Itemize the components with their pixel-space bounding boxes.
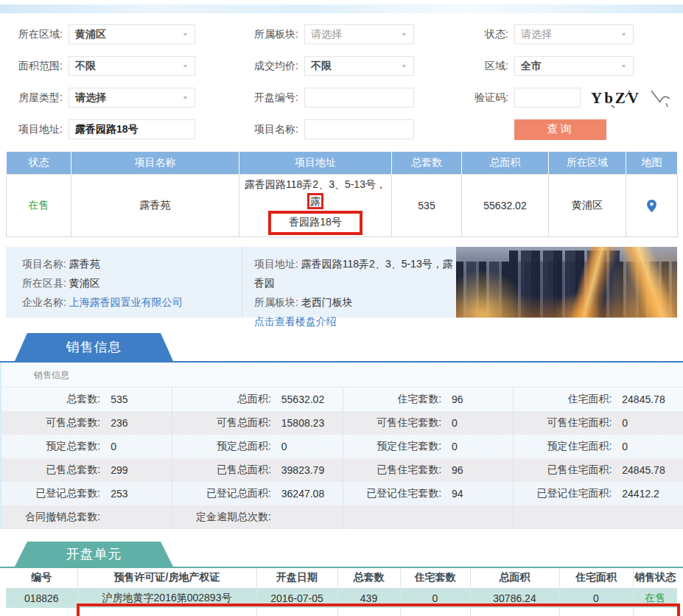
- opening-header-row: 编号 预售许可证/房地产权证 开盘日期 总套数 住宅套数 总面积 住宅面积 销售…: [6, 568, 677, 588]
- captcha-label: 验证码:: [414, 91, 508, 105]
- house-type-label: 房屋类型:: [0, 91, 63, 105]
- address-text: 露香园路118弄2、3、5-13号，: [245, 178, 386, 190]
- project-name-value: 露香苑: [69, 258, 100, 270]
- district-label: 区域:: [414, 60, 508, 73]
- status-select[interactable]: 请选择 ▼: [514, 24, 634, 44]
- open-date-cell: 2014-05-18: [256, 608, 337, 616]
- col-residential-units: 住宅套数: [400, 568, 470, 588]
- total-units-cell: 439: [337, 588, 400, 608]
- filter-row-3: 房屋类型: 请选择 ▼ 开盘编号: 验证码: YbZV: [0, 88, 683, 108]
- avg-price-select[interactable]: 不限 ▼: [304, 56, 414, 76]
- col-id: 编号: [6, 568, 77, 588]
- area-range-select[interactable]: 不限 ▼: [69, 56, 195, 76]
- region-label: 所在区域:: [0, 28, 63, 41]
- result-row: 在售 露香苑 露香园路118弄2、3、5-13号，露 香园路18号 535 55…: [7, 175, 678, 237]
- project-name-label: 项目名称:: [22, 258, 66, 270]
- col-status: 状态: [7, 152, 71, 175]
- filter-row-4: 项目地址: 项目名称: 查询: [0, 119, 683, 139]
- status-badge: 在售: [7, 175, 71, 237]
- captcha-input[interactable]: [514, 88, 581, 108]
- col-district: 所在区域: [549, 152, 626, 175]
- residential-units-cell: 96: [400, 608, 470, 616]
- area-range-label: 面积范围:: [0, 60, 63, 73]
- address-highlight-annotation: 香园路18号: [268, 211, 362, 235]
- project-address-label: 项目地址:: [0, 123, 63, 136]
- plate-value: 老西门板块: [301, 296, 353, 308]
- col-open-date: 开盘日期: [256, 568, 337, 588]
- col-project-address: 项目地址: [239, 152, 392, 175]
- total-area-cell: 24845.78: [470, 608, 559, 616]
- search-button[interactable]: 查询: [514, 119, 606, 140]
- building-intro-link[interactable]: 点击查看楼盘介绍: [254, 315, 337, 327]
- project-address-label: 项目地址:: [254, 258, 298, 270]
- results-table: 状态 项目名称 项目地址 总套数 总面积 所在区域 地图 在售 露香苑 露香园路…: [6, 151, 678, 237]
- project-name-label: 项目名称:: [195, 123, 298, 136]
- sales-row-6: 合同撤销总套数: 定金逾期总次数:: [1, 505, 683, 529]
- opening-units-tab[interactable]: 开盘单元: [15, 542, 173, 567]
- status-label: 状态:: [414, 28, 508, 41]
- house-type-select[interactable]: 请选择 ▼: [69, 88, 195, 108]
- col-total-area: 总面积: [470, 568, 559, 588]
- project-info-left: 项目名称: 露香苑 所在区县: 黄浦区 企业名称: 上海露香园置业有限公司: [6, 247, 242, 318]
- id-cell: 018826: [6, 588, 77, 608]
- project-district-label: 所在区县:: [22, 277, 66, 289]
- map-cell[interactable]: [626, 175, 678, 237]
- total-units-cell: 535: [392, 175, 462, 237]
- map-pin-icon[interactable]: [647, 200, 656, 212]
- results-header-row: 状态 项目名称 项目地址 总套数 总面积 所在区域 地图: [7, 152, 678, 175]
- col-total-area: 总面积: [462, 152, 549, 175]
- open-date-cell: 2016-07-05: [256, 588, 337, 608]
- permit-cell[interactable]: 沪房地黄字2016第002893号: [77, 588, 256, 608]
- col-residential-area: 住宅面积: [559, 568, 633, 588]
- filter-row-2: 面积范围: 不限 ▼ 成交均价: 不限 ▼ 区域: 全市 ▼: [0, 56, 683, 76]
- col-map: 地图: [626, 152, 678, 175]
- avg-price-label: 成交均价:: [195, 60, 298, 73]
- permit-cell[interactable]: 黄浦房管(2014)预字0000192号: [77, 608, 256, 616]
- col-total-units: 总套数: [392, 152, 462, 175]
- chevron-down-icon: ▼: [620, 32, 627, 38]
- project-info-panel: 项目名称: 露香苑 所在区县: 黄浦区 企业名称: 上海露香园置业有限公司 项目…: [6, 247, 677, 318]
- sales-info-subtitle: 销售信息: [1, 363, 683, 388]
- region-select[interactable]: 黄浦区 ▼: [69, 24, 195, 44]
- captcha-noise: [651, 91, 670, 107]
- address-highlight-annotation: 露: [307, 193, 323, 209]
- top-decorative-strip: [0, 4, 683, 13]
- chevron-down-icon: ▼: [182, 95, 189, 101]
- opening-units-section: 开盘单元 编号 预售许可证/房地产权证 开盘日期 总套数 住宅套数 总面积 住宅…: [0, 542, 683, 616]
- opening-row-1: 018826 沪房地黄字2016第002893号 2016-07-05 439 …: [6, 588, 677, 608]
- project-district-value: 黄浦区: [69, 277, 100, 289]
- id-cell: 016283: [6, 608, 77, 616]
- residential-area-cell: 0: [559, 588, 633, 608]
- residential-area-cell: 24845.78: [559, 608, 633, 616]
- opening-units-table: 编号 预售许可证/房地产权证 开盘日期 总套数 住宅套数 总面积 住宅面积 销售…: [6, 568, 677, 616]
- sales-row-1: 总套数:535 总面积:55632.02 住宅套数:96 住宅面积:24845.…: [1, 388, 683, 411]
- sales-row-2: 可售总套数:236 可售总面积:15808.23 可售住宅套数:0 可售住宅面积…: [1, 411, 683, 435]
- total-area-cell: 30786.24: [470, 588, 559, 608]
- project-name-input[interactable]: [304, 119, 414, 139]
- plate-select[interactable]: 请选择 ▼: [304, 24, 414, 44]
- district-select[interactable]: 全市 ▼: [514, 56, 634, 76]
- plate-label: 所属板块:: [195, 28, 298, 41]
- sales-row-5: 已登记总套数:253 已登记总面积:36247.08 已登记住宅套数:94 已登…: [1, 482, 683, 505]
- company-link[interactable]: 上海露香园置业有限公司: [69, 296, 183, 308]
- project-address-input[interactable]: [69, 119, 195, 139]
- sales-row-4: 已售总套数:299 已售总面积:39823.79 已售住宅套数:96 已售住宅面…: [1, 458, 683, 482]
- chevron-down-icon: ▼: [401, 63, 407, 69]
- captcha-image[interactable]: YbZV: [589, 87, 676, 109]
- col-sale-status: 销售状态: [633, 568, 677, 588]
- chevron-down-icon: ▼: [620, 63, 627, 69]
- company-label: 企业名称:: [22, 296, 66, 308]
- sales-row-3: 预定总套数:0 预定总面积:0 预定住宅套数:0 预定住宅面积:0: [1, 435, 683, 458]
- col-total-units: 总套数: [337, 568, 400, 588]
- opening-no-label: 开盘编号:: [195, 91, 298, 105]
- chevron-down-icon: ▼: [182, 32, 189, 38]
- opening-row-2-highlighted: 016283 黄浦房管(2014)预字0000192号 2014-05-18 9…: [6, 608, 677, 616]
- search-filter-form: 所在区域: 黄浦区 ▼ 所属板块: 请选择 ▼ 状态: 请选择 ▼ 面积范围: …: [0, 13, 683, 139]
- opening-no-input[interactable]: [304, 88, 414, 108]
- project-photo: [456, 247, 677, 318]
- sales-info-tab[interactable]: 销售信息: [15, 333, 173, 361]
- project-name-cell[interactable]: 露香苑: [71, 175, 239, 237]
- col-project-name: 项目名称: [71, 152, 239, 175]
- residential-units-cell: 0: [400, 588, 470, 608]
- captcha-text: YbZV: [591, 89, 641, 107]
